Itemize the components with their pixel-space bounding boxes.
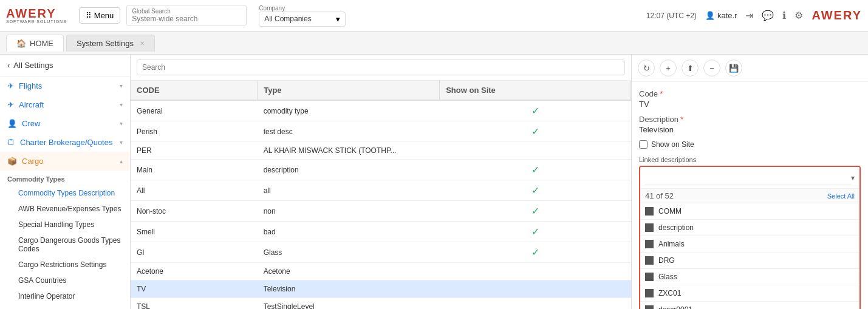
charter-chevron: ▾	[120, 139, 123, 146]
menu-dots-icon: ⠿	[86, 11, 92, 20]
sidebar-item-aircraft[interactable]: ✈ Aircraft ▾	[0, 95, 130, 114]
table-row[interactable]: All all ✓	[131, 180, 631, 201]
sidebar-sub-operator-cargo[interactable]: Operator Cargo Restrictions	[0, 304, 130, 309]
code-label: Code *	[639, 89, 861, 98]
time-display: 12:07 (UTC +2)	[646, 12, 697, 20]
sidebar-sub-commodity-desc[interactable]: Commodity Types Description	[0, 185, 130, 201]
cell-code: Perish	[131, 121, 258, 142]
user-icon: 👤	[705, 11, 715, 20]
chat-icon[interactable]: 💬	[762, 10, 774, 21]
refresh-button[interactable]: ↻	[638, 59, 655, 76]
tab-close-icon[interactable]: ✕	[140, 40, 145, 47]
username: kate.r	[717, 11, 737, 20]
back-arrow-icon: ‹	[7, 61, 10, 70]
desc-checkbox	[645, 223, 654, 232]
cell-show: ✓	[440, 242, 631, 263]
cell-code: TV	[131, 280, 258, 298]
tab-system-settings[interactable]: System Settings ✕	[66, 35, 155, 52]
show-on-site-row: Show on Site	[639, 140, 861, 149]
cell-type: non	[258, 201, 440, 222]
sidebar-sub-special[interactable]: Special Handling Types	[0, 217, 130, 233]
linked-desc-item[interactable]: description	[640, 220, 859, 236]
sidebar-sub-restrictions[interactable]: Cargo Restrictions Settings	[0, 257, 130, 273]
linked-desc-item[interactable]: ZXC01	[640, 285, 859, 302]
delete-button[interactable]: −	[703, 59, 720, 76]
logo: AWERY SOFTWARE SOLUTIONS	[6, 7, 67, 24]
cell-show: ✓	[440, 160, 631, 180]
desc-checkbox	[645, 305, 654, 309]
check-icon: ✓	[531, 165, 539, 175]
logout-icon[interactable]: ⇥	[745, 10, 753, 21]
add-button[interactable]: +	[660, 59, 677, 76]
table-row[interactable]: PER AL KHAIR MISWACK STICK (TOOTHP...	[131, 142, 631, 160]
table-row[interactable]: Main description ✓	[131, 160, 631, 180]
chevron-down-icon: ▾	[336, 15, 340, 24]
cell-type: description	[258, 160, 440, 180]
linked-desc-item[interactable]: Animals	[640, 236, 859, 253]
upload-button[interactable]: ⬆	[682, 59, 699, 76]
desc-item-label: Animals	[658, 240, 685, 248]
info-icon[interactable]: ℹ	[782, 10, 786, 21]
table-search-input[interactable]	[137, 59, 625, 75]
crew-label: Crew	[22, 119, 40, 128]
cell-type: comodity type	[258, 100, 440, 121]
table-row[interactable]: GI Glass ✓	[131, 242, 631, 263]
table-row[interactable]: TSL TestSingleLevel	[131, 298, 631, 310]
show-on-site-checkbox[interactable]	[639, 140, 648, 149]
menu-button[interactable]: ⠿ Menu	[79, 7, 121, 24]
check-icon: ✓	[531, 206, 539, 216]
cell-show: ✓	[440, 201, 631, 222]
count-text: 41 of 52	[645, 191, 674, 200]
cargo-chevron: ▴	[120, 158, 123, 165]
cell-code: Smell	[131, 222, 258, 242]
tab-home[interactable]: 🏠 HOME	[6, 35, 64, 52]
desc-checkbox	[645, 256, 654, 265]
save-button[interactable]: 💾	[725, 59, 742, 76]
desc-checkbox	[645, 207, 654, 216]
table-row[interactable]: TV Television	[131, 280, 631, 298]
home-icon: 🏠	[16, 39, 26, 48]
table-row[interactable]: Perish test desc ✓	[131, 121, 631, 142]
select-all-link[interactable]: Select All	[827, 192, 855, 200]
sidebar-item-flights[interactable]: ✈ Flights ▾	[0, 76, 130, 95]
tab-home-label: HOME	[30, 39, 53, 48]
desc-item-label: COMM	[658, 207, 682, 216]
sidebar-sub-interline[interactable]: Interline Operator	[0, 288, 130, 304]
cell-show	[440, 298, 631, 310]
table-row[interactable]: General comodity type ✓	[131, 100, 631, 121]
company-value: All Companies	[264, 15, 311, 23]
global-search-box: Global Search	[126, 5, 247, 26]
back-link[interactable]: ‹ All Settings	[0, 55, 130, 76]
flights-chevron: ▾	[120, 83, 123, 89]
sidebar-sub-awb[interactable]: AWB Revenue/Expenses Types	[0, 201, 130, 217]
sidebar-item-crew[interactable]: 👤 Crew ▾	[0, 114, 130, 133]
table-row[interactable]: Smell bad ✓	[131, 222, 631, 242]
cell-show: ✓	[440, 121, 631, 142]
cell-code: GI	[131, 242, 258, 263]
linked-desc-item[interactable]: descr0001	[640, 302, 859, 309]
linked-desc-input[interactable]	[645, 171, 851, 185]
sidebar-item-cargo[interactable]: 📦 Cargo ▴	[0, 152, 130, 171]
sidebar-item-charter[interactable]: 🗒 Charter Brokerage/Quotes ▾	[0, 133, 130, 152]
cell-type: Television	[258, 280, 440, 298]
crew-icon: 👤	[7, 119, 17, 128]
sidebar-sub-gsa[interactable]: GSA Countries	[0, 273, 130, 288]
search-input[interactable]	[132, 15, 241, 23]
col-code: CODE	[131, 81, 258, 100]
search-bar	[131, 55, 631, 81]
linked-desc-select[interactable]: ▾	[640, 167, 859, 189]
menu-label: Menu	[94, 11, 114, 20]
linked-desc-item[interactable]: Glass	[640, 269, 859, 285]
cell-show	[440, 280, 631, 298]
col-type: Type	[258, 81, 440, 100]
linked-desc-item[interactable]: COMM	[640, 203, 859, 220]
settings-gear-icon[interactable]: ⚙	[795, 10, 803, 21]
sidebar-sub-dangerous[interactable]: Cargo Dangerous Goods Types Codes	[0, 233, 130, 257]
cell-type: AL KHAIR MISWACK STICK (TOOTHP...	[258, 142, 440, 160]
cell-type: TestSingleLevel	[258, 298, 440, 310]
table-row[interactable]: Non-stoc non ✓	[131, 201, 631, 222]
table-row[interactable]: Acetone Acetone	[131, 263, 631, 280]
company-select[interactable]: All Companies ▾	[259, 12, 345, 27]
cell-type: Acetone	[258, 263, 440, 280]
linked-desc-item[interactable]: DRG	[640, 253, 859, 269]
